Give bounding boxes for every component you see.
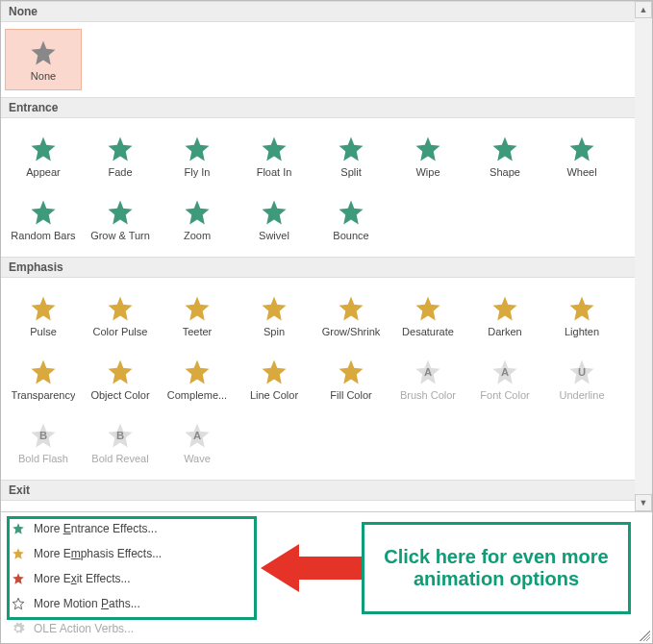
animation-label: Line Color [250, 389, 298, 401]
star-icon: A [490, 357, 520, 387]
animation-label: Bounce [333, 230, 368, 241]
exit-section: Disappear Fade Fly Out Float Out Split W… [1, 501, 635, 511]
animation-label: Underline [559, 389, 604, 401]
svg-text:B: B [39, 430, 47, 441]
animation-label: Zoom [184, 230, 211, 241]
resize-grip[interactable] [637, 628, 650, 641]
entrance-section-header: Entrance [1, 97, 635, 118]
animation-underline[interactable]: U Underline [543, 348, 620, 409]
ole-label: OLE Action Verbs... [34, 622, 134, 635]
star-icon [182, 197, 213, 228]
entrance-section: Appear Fade Fly In Float In Split Wipe S… [1, 118, 635, 257]
animation-bounce[interactable]: Bounce [313, 188, 389, 250]
scroll-track[interactable] [635, 18, 652, 494]
animation-none[interactable]: None [5, 29, 82, 90]
more-emphasis-label: More Emphasis Effects... [34, 547, 162, 560]
animation-split[interactable]: Split [313, 125, 389, 186]
animation-wheel[interactable]: Wheel [543, 125, 620, 186]
animation-label: Grow/Shrink [322, 326, 381, 337]
star-icon [336, 357, 366, 387]
animation-appear[interactable]: Appear [5, 125, 82, 186]
animation-label: Desaturate [402, 326, 454, 337]
star-icon: B [28, 420, 59, 451]
star-icon [28, 197, 59, 228]
animation-label: Appear [26, 166, 60, 178]
star-icon [182, 357, 213, 387]
animation-teeter[interactable]: Teeter [159, 285, 236, 346]
more-motion-label: More Motion Paths... [34, 597, 140, 610]
emphasis-section: Pulse Color Pulse Teeter Spin Grow/Shrin… [1, 278, 635, 480]
animation-swivel[interactable]: Swivel [236, 188, 313, 250]
star-icon: A [413, 357, 443, 387]
animation-darken[interactable]: Darken [466, 285, 543, 346]
scroll-up-button[interactable]: ▲ [635, 1, 652, 18]
animation-brush-color[interactable]: A Brush Color [389, 348, 466, 409]
star-icon [259, 357, 289, 387]
animation-bold-reveal[interactable]: B Bold Reveal [82, 411, 159, 473]
animation-pulse[interactable]: Pulse [5, 285, 82, 346]
animation-lighten[interactable]: Lighten [543, 285, 620, 346]
animation-wipe[interactable]: Wipe [389, 125, 466, 186]
animation-color-pulse[interactable]: Color Pulse [82, 285, 159, 346]
star-icon [490, 293, 520, 324]
svg-marker-6 [261, 544, 376, 592]
animation-label: Darken [488, 326, 521, 337]
svg-text:A: A [501, 366, 509, 378]
more-exit-label: More Exit Effects... [34, 572, 131, 585]
animation-grow-turn[interactable]: Grow & Turn [82, 188, 159, 250]
animation-label: Lighten [565, 326, 599, 337]
animation-label: Teeter [183, 326, 213, 337]
animation-fade[interactable]: Fade [82, 125, 159, 186]
more-effects-list: More Entrance Effects... More Emphasis E… [1, 511, 652, 643]
emphasis-section-header: Emphasis [1, 257, 635, 278]
animation-label: Shape [490, 166, 520, 178]
scroll-down-button[interactable]: ▼ [635, 494, 652, 511]
svg-text:A: A [424, 366, 432, 378]
star-icon [11, 546, 26, 561]
animation-shape[interactable]: Shape [466, 125, 543, 186]
animation-zoom[interactable]: Zoom [159, 188, 236, 250]
animation-label: Brush Color [400, 389, 456, 401]
star-icon [259, 293, 289, 324]
animation-font-color[interactable]: A Font Color [466, 348, 543, 409]
star-icon: A [182, 420, 213, 451]
animation-label: Transparency [12, 389, 76, 401]
animation-label: Compleme... [167, 389, 227, 401]
star-icon [105, 134, 136, 164]
svg-text:A: A [193, 430, 201, 441]
animation-label: Float In [257, 166, 292, 178]
animation-float-in[interactable]: Float In [236, 125, 313, 186]
animation-bold-flash[interactable]: B Bold Flash [5, 411, 82, 473]
animation-label: Spin [264, 326, 285, 337]
scroll-area: None NoneEntrance Appear Fade Fly In Flo… [1, 1, 652, 511]
ole-action-verbs: OLE Action Verbs... [3, 616, 650, 641]
animation-wave[interactable]: A Wave [159, 411, 236, 473]
animation-gallery-panel: None NoneEntrance Appear Fade Fly In Flo… [0, 0, 653, 644]
star-icon [182, 134, 213, 164]
animation-transparency[interactable]: Transparency [5, 348, 82, 409]
animation-desaturate[interactable]: Desaturate [389, 285, 466, 346]
star-icon [28, 293, 59, 324]
animation-label: Fade [108, 166, 132, 178]
animation-line-color[interactable]: Line Color [236, 348, 313, 409]
animation-spin[interactable]: Spin [236, 285, 313, 346]
star-icon [413, 134, 443, 164]
animation-fly-in[interactable]: Fly In [159, 125, 236, 186]
callout-text: Click here for even more animation optio… [374, 546, 618, 590]
animation-label: Pulse [30, 326, 57, 337]
animation-label: Object Color [90, 389, 149, 401]
more-entrance-label: More Entrance Effects... [34, 522, 158, 535]
star-icon [11, 521, 26, 536]
star-icon [11, 596, 26, 611]
svg-text:U: U [578, 366, 586, 378]
animation-label: Bold Reveal [91, 453, 148, 464]
animation-grow-shrink[interactable]: Grow/Shrink [313, 285, 389, 346]
animation-fill-color[interactable]: Fill Color [313, 348, 389, 409]
animation-object-color[interactable]: Object Color [82, 348, 159, 409]
star-icon [566, 293, 597, 324]
animation-compleme-[interactable]: Compleme... [159, 348, 236, 409]
star-icon [105, 293, 136, 324]
star-icon [11, 571, 26, 586]
animation-random-bars[interactable]: Random Bars [5, 188, 82, 250]
vertical-scrollbar[interactable]: ▲ ▼ [635, 1, 652, 511]
